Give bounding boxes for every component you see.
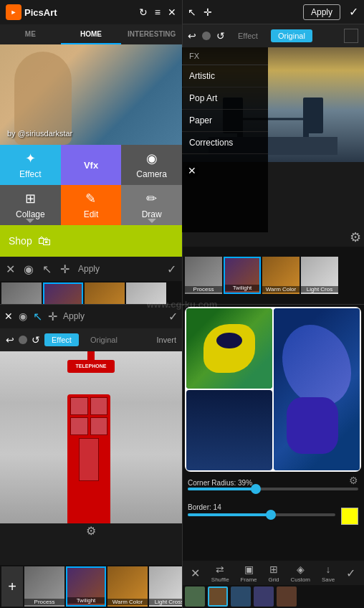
apply-button[interactable]: Apply bbox=[303, 4, 340, 20]
menu-item-collage[interactable]: ⊞ Collage bbox=[0, 185, 61, 225]
bl-invert-label[interactable]: Invert bbox=[156, 336, 176, 344]
effect-label: Effect bbox=[19, 169, 41, 179]
custom-icon: ◈ bbox=[297, 564, 305, 575]
booth-window-4 bbox=[90, 417, 108, 435]
menu-item-effect[interactable]: ✦ Effect bbox=[0, 145, 61, 185]
br-thumb-5[interactable] bbox=[277, 586, 297, 607]
bl-tab-effect[interactable]: Effect bbox=[44, 333, 79, 346]
bl-cursor-icon[interactable]: ↖ bbox=[33, 310, 42, 323]
settings-button[interactable]: ⚙ bbox=[350, 229, 361, 245]
camera-tool-icon[interactable]: ◉ bbox=[24, 262, 34, 276]
fx-paper[interactable]: Paper bbox=[182, 110, 268, 132]
menu-grid: ✦ Effect Vfx ◉ Camera ⊞ Collage ✎ Edit ✏… bbox=[0, 145, 182, 225]
fx-panel: FX Artistic Pop Art Paper Corrections bbox=[182, 47, 268, 232]
bl-move-icon[interactable]: ✛ bbox=[48, 310, 57, 323]
tool-custom[interactable]: ◈ Custom bbox=[290, 564, 310, 583]
move-tool-icon[interactable]: ✛ bbox=[60, 262, 70, 276]
bl-check-icon[interactable]: ✓ bbox=[168, 310, 178, 323]
br-bottom-toolbar: ✕ ⇄ Shuffle ▣ Frame ⊞ Grid ◈ Custom ↓ Sa… bbox=[182, 561, 364, 585]
frame-label: Frame bbox=[240, 576, 257, 583]
thumb-lightcross[interactable]: Light Cross bbox=[126, 282, 166, 304]
fx-corrections[interactable]: Corrections bbox=[182, 132, 268, 154]
thumb-process[interactable]: Process bbox=[1, 282, 42, 304]
br-thumb-3[interactable] bbox=[231, 586, 251, 607]
br-check-icon[interactable]: ✓ bbox=[346, 566, 355, 580]
redo-button[interactable]: ↺ bbox=[216, 30, 225, 42]
tab-home[interactable]: HOME bbox=[61, 24, 122, 44]
cursor-tool-icon[interactable]: ↖ bbox=[42, 262, 52, 276]
app-logo[interactable]: ► PicsArt bbox=[6, 4, 57, 20]
booth-crown bbox=[87, 351, 95, 360]
bl-apply-label[interactable]: Apply bbox=[63, 311, 85, 321]
bl-thumb-lightcross-label: Light Cross bbox=[149, 599, 182, 605]
corner-radius-slider[interactable] bbox=[188, 488, 358, 490]
color-swatch[interactable] bbox=[341, 508, 358, 525]
shop-row[interactable]: Shop 🛍 bbox=[0, 225, 182, 257]
bl-thumb-lightcross[interactable]: Light Cross bbox=[149, 566, 182, 607]
thumbnail-strip: Process Twilight Warm Color Light Cross bbox=[0, 281, 182, 304]
draw-label: Draw bbox=[142, 209, 162, 219]
camera-icon: ◉ bbox=[146, 151, 158, 166]
bl-thumb-process[interactable]: Process bbox=[24, 566, 64, 607]
tr-thumb-warmcolor[interactable]: Warm Color bbox=[262, 257, 300, 294]
tab-original[interactable]: Original bbox=[271, 29, 312, 42]
br-thumb-4[interactable] bbox=[254, 586, 274, 607]
menu-item-camera[interactable]: ◉ Camera bbox=[121, 145, 182, 185]
rotate-icon[interactable]: ↻ bbox=[139, 6, 148, 18]
thumb-twilight[interactable]: Twilight bbox=[43, 282, 83, 304]
bl-edit-tabs: ↩ ↺ Effect Original Invert bbox=[0, 328, 182, 351]
tool-frame[interactable]: ▣ Frame bbox=[240, 564, 257, 583]
collage-label: Collage bbox=[16, 209, 45, 219]
tr-thumb-lightcross[interactable]: Light Cros bbox=[301, 257, 338, 294]
bl-settings-button[interactable]: ⚙ bbox=[86, 524, 96, 538]
bl-thumb-warmcolor[interactable]: Warm Color bbox=[107, 566, 148, 607]
collage-settings-button[interactable]: ⚙ bbox=[349, 475, 358, 486]
tr-thumb-twilight[interactable]: Twilight bbox=[224, 257, 261, 294]
border-slider[interactable] bbox=[188, 513, 335, 516]
bl-dot-selector[interactable] bbox=[19, 336, 27, 344]
thumb-warmcolor[interactable]: Warm Color bbox=[85, 282, 125, 304]
check-tool-icon[interactable]: ✓ bbox=[167, 262, 176, 276]
bl-thumb-twilight[interactable]: Twilight bbox=[66, 566, 106, 607]
preview-box[interactable] bbox=[344, 29, 358, 43]
close-icon[interactable]: ✕ bbox=[168, 6, 176, 18]
add-button[interactable]: + bbox=[1, 566, 23, 607]
dot-selector[interactable] bbox=[202, 32, 211, 40]
border-thumb[interactable] bbox=[266, 510, 276, 520]
bl-tab-original[interactable]: Original bbox=[83, 333, 125, 346]
tool-save[interactable]: ↓ Save bbox=[322, 564, 335, 583]
bl-undo-icon[interactable]: ↩ bbox=[6, 334, 14, 346]
tab-interesting[interactable]: INTERESTING bbox=[121, 24, 182, 44]
tool-shuffle[interactable]: ⇄ Shuffle bbox=[211, 564, 229, 583]
br-close-icon[interactable]: ✕ bbox=[191, 566, 200, 580]
header-icons: ↻ ≡ ✕ bbox=[139, 6, 176, 18]
close-thumbnail-btn[interactable]: ✕ bbox=[185, 163, 199, 178]
bl-close-icon[interactable]: ✕ bbox=[4, 310, 13, 322]
menu-item-draw[interactable]: ✏ Draw bbox=[121, 185, 182, 225]
draw-icon: ✏ bbox=[146, 191, 157, 206]
close-tool-icon[interactable]: ✕ bbox=[6, 262, 15, 276]
menu-icon[interactable]: ≡ bbox=[155, 6, 161, 18]
undo-button[interactable]: ↩ bbox=[188, 30, 196, 42]
fx-artistic[interactable]: Artistic bbox=[182, 65, 268, 87]
fx-pop-art[interactable]: Pop Art bbox=[182, 87, 268, 110]
horizontal-divider bbox=[0, 304, 364, 305]
br-thumb-1[interactable] bbox=[185, 586, 205, 607]
bl-thumb-process-label: Process bbox=[24, 599, 64, 605]
check-icon[interactable]: ✓ bbox=[349, 5, 358, 19]
tr-thumb-process[interactable]: Process bbox=[185, 257, 222, 294]
br-thumb-2[interactable] bbox=[208, 586, 228, 607]
menu-item-edit[interactable]: ✎ Edit bbox=[61, 185, 122, 225]
tab-me[interactable]: ME bbox=[0, 24, 61, 44]
bl-camera-icon[interactable]: ◉ bbox=[19, 310, 27, 322]
tool-grid[interactable]: ⊞ Grid bbox=[268, 564, 279, 583]
bl-redo-icon[interactable]: ↺ bbox=[32, 334, 40, 346]
collage-icon: ⊞ bbox=[25, 191, 36, 206]
tr-thumb-warmcolor-label: Warm Color bbox=[262, 286, 300, 293]
menu-item-fx[interactable]: Vfx bbox=[61, 145, 122, 185]
svg-rect-3 bbox=[303, 98, 323, 133]
apply-tool-label[interactable]: Apply bbox=[78, 264, 100, 274]
tr-thumb-lightcross-label: Light Cros bbox=[301, 286, 338, 293]
tab-effect[interactable]: Effect bbox=[231, 29, 265, 42]
slider-thumb[interactable] bbox=[251, 484, 261, 494]
